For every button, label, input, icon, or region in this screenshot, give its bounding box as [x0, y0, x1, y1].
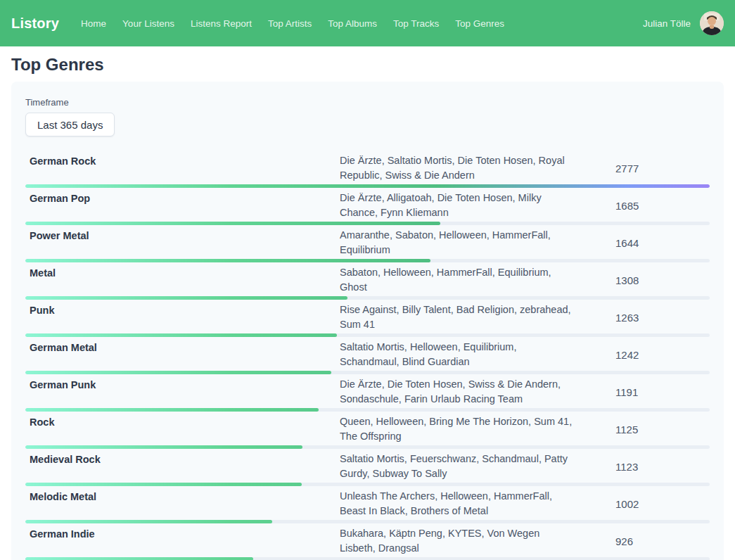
- nav-link-top-albums[interactable]: Top Albums: [328, 18, 377, 29]
- genre-listen-count: 1123: [576, 461, 710, 473]
- nav-link-top-artists[interactable]: Top Artists: [268, 18, 312, 29]
- genre-row-content: German PopDie Ärzte, Alligatoah, Die Tot…: [25, 191, 710, 220]
- genre-listen-count: 1685: [576, 200, 710, 212]
- nav-link-home[interactable]: Home: [81, 18, 106, 29]
- genre-bar-track: [25, 333, 710, 337]
- nav-link-top-genres[interactable]: Top Genres: [455, 18, 504, 29]
- genre-bar: [25, 371, 331, 374]
- nav-link-listens-report[interactable]: Listens Report: [191, 18, 252, 29]
- genre-row-content: Power MetalAmaranthe, Sabaton, Helloween…: [25, 228, 710, 257]
- page-title: Top Genres: [11, 55, 724, 75]
- main-content: Top Genres Timeframe Last 365 days Germa…: [0, 55, 735, 560]
- nav-links: HomeYour ListensListens ReportTop Artist…: [81, 18, 504, 29]
- genre-listen-count: 1242: [576, 349, 710, 361]
- genre-listen-count: 2777: [576, 163, 710, 174]
- timeframe-selected-value: Last 365 days: [37, 119, 103, 131]
- genre-bar-track: [25, 408, 710, 412]
- genre-listen-count: 1308: [576, 274, 710, 286]
- genre-name: German Indie: [25, 526, 340, 542]
- genre-row-content: German MetalSaltatio Mortis, Helloween, …: [25, 340, 710, 369]
- genre-row-content: Melodic MetalUnleash The Archers, Hellow…: [25, 489, 710, 518]
- genre-artists: Bukahara, Käptn Peng, KYTES, Von Wegen L…: [340, 526, 576, 556]
- app-logo[interactable]: Listory: [11, 15, 59, 32]
- genre-row: PunkRise Against, Billy Talent, Bad Reli…: [25, 300, 710, 337]
- genre-bar-track: [25, 259, 710, 262]
- genre-artists: Queen, Helloween, Bring Me The Horizon, …: [340, 414, 576, 444]
- genre-row: RockQueen, Helloween, Bring Me The Horiz…: [25, 412, 710, 449]
- genre-row-content: RockQueen, Helloween, Bring Me The Horiz…: [25, 414, 710, 444]
- genre-name: Melodic Metal: [25, 489, 340, 504]
- genre-bar-track: [25, 483, 710, 486]
- genre-listen-count: 1125: [576, 424, 710, 435]
- nav-link-your-listens[interactable]: Your Listens: [122, 18, 174, 29]
- genre-artists: Sabaton, Helloween, HammerFall, Equilibr…: [340, 265, 576, 295]
- genre-artists: Saltatio Mortis, Feuerschwanz, Schandmau…: [340, 452, 576, 481]
- genre-bar-track: [25, 296, 710, 300]
- genre-row: German PunkDie Ärzte, Die Toten Hosen, S…: [25, 374, 710, 412]
- user-avatar[interactable]: [700, 11, 724, 35]
- genre-artists: Die Ärzte, Saltatio Mortis, Die Toten Ho…: [340, 153, 576, 183]
- genre-name: Rock: [25, 414, 340, 430]
- genre-row: German MetalSaltatio Mortis, Helloween, …: [25, 337, 710, 374]
- genre-artists: Die Ärzte, Alligatoah, Die Toten Hosen, …: [340, 191, 576, 220]
- nav-link-top-tracks[interactable]: Top Tracks: [393, 18, 439, 29]
- genre-name: German Pop: [25, 191, 340, 206]
- genre-listen-count: 1263: [576, 312, 710, 324]
- genre-name: Power Metal: [25, 228, 340, 243]
- genre-row: MetalSabaton, Helloween, HammerFall, Equ…: [25, 262, 710, 300]
- genre-bar: [25, 520, 272, 523]
- genre-row-content: Medieval RockSaltatio Mortis, Feuerschwa…: [25, 452, 710, 481]
- genre-bar: [25, 557, 253, 560]
- genre-name: Medieval Rock: [25, 452, 340, 467]
- genre-bar-track: [25, 520, 710, 523]
- user-photo-icon: [700, 11, 724, 35]
- genre-listen-count: 1191: [576, 386, 710, 398]
- genre-row: German PopDie Ärzte, Alligatoah, Die Tot…: [25, 188, 710, 225]
- genre-row-content: German PunkDie Ärzte, Die Toten Hosen, S…: [25, 377, 710, 407]
- genre-row-content: PunkRise Against, Billy Talent, Bad Reli…: [25, 303, 710, 332]
- genre-row-content: MetalSabaton, Helloween, HammerFall, Equ…: [25, 265, 710, 295]
- genre-artists: Amaranthe, Sabaton, Helloween, HammerFal…: [340, 228, 576, 257]
- navbar: Listory HomeYour ListensListens ReportTo…: [0, 0, 735, 46]
- genre-row: German RockDie Ärzte, Saltatio Mortis, D…: [25, 151, 710, 188]
- genre-row: Medieval RockSaltatio Mortis, Feuerschwa…: [25, 449, 710, 486]
- genre-artists: Rise Against, Billy Talent, Bad Religion…: [340, 303, 576, 332]
- top-genres-card: Timeframe Last 365 days German RockDie Ä…: [11, 82, 724, 560]
- genre-bar: [25, 222, 440, 225]
- genre-bar: [25, 408, 319, 412]
- timeframe-label: Timeframe: [25, 97, 710, 108]
- genre-list: German RockDie Ärzte, Saltatio Mortis, D…: [25, 151, 710, 560]
- genre-bar: [25, 483, 302, 486]
- genre-name: German Punk: [25, 377, 340, 393]
- timeframe-select[interactable]: Last 365 days: [25, 113, 115, 136]
- user-menu-name[interactable]: Julian Tölle: [643, 18, 691, 29]
- genre-name: German Rock: [25, 153, 340, 169]
- genre-row: Melodic MetalUnleash The Archers, Hellow…: [25, 486, 710, 523]
- genre-row-content: German RockDie Ärzte, Saltatio Mortis, D…: [25, 153, 710, 183]
- genre-bar: [25, 259, 430, 262]
- genre-bar-track: [25, 445, 710, 449]
- genre-row-content: German IndieBukahara, Käptn Peng, KYTES,…: [25, 526, 710, 556]
- genre-bar-track: [25, 222, 710, 225]
- genre-bar-track: [25, 371, 710, 374]
- genre-name: Punk: [25, 303, 340, 318]
- genre-listen-count: 1002: [576, 498, 710, 510]
- genre-bar-track: [25, 184, 710, 188]
- genre-name: German Metal: [25, 340, 340, 355]
- genre-artists: Unleash The Archers, Helloween, HammerFa…: [340, 489, 576, 518]
- genre-row: Power MetalAmaranthe, Sabaton, Helloween…: [25, 225, 710, 262]
- genre-bar: [25, 333, 337, 337]
- genre-bar: [25, 184, 710, 188]
- genre-listen-count: 926: [576, 535, 710, 547]
- genre-listen-count: 1644: [576, 237, 710, 249]
- genre-bar: [25, 296, 347, 300]
- genre-bar-track: [25, 557, 710, 560]
- genre-row: German IndieBukahara, Käptn Peng, KYTES,…: [25, 523, 710, 560]
- genre-artists: Die Ärzte, Die Toten Hosen, Swiss & Die …: [340, 377, 576, 407]
- genre-bar: [25, 445, 302, 449]
- genre-name: Metal: [25, 265, 340, 281]
- genre-artists: Saltatio Mortis, Helloween, Equilibrium,…: [340, 340, 576, 369]
